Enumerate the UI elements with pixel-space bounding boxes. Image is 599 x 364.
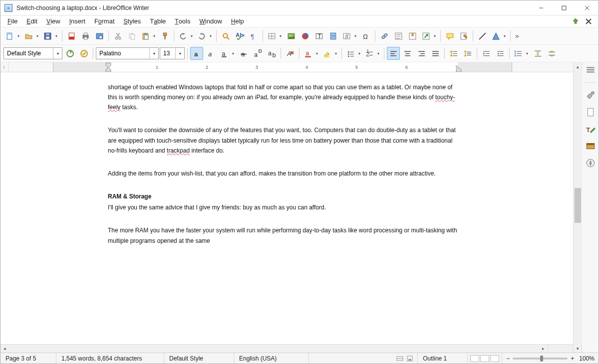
chevron-down-icon[interactable]: ▾ [53,48,62,59]
line-spacing-button[interactable]: ▾ [512,47,530,60]
menu-view[interactable]: View [42,16,64,26]
decrease-indent-button[interactable] [494,47,507,60]
paragraph[interactable]: shortage of touch enabled Windows laptop… [108,82,457,112]
print-button[interactable] [79,29,92,42]
menu-window[interactable]: Window [195,16,226,26]
spellcheck-button[interactable]: Abc [233,29,246,42]
menu-help[interactable]: Help [227,16,248,26]
status-selection-mode[interactable] [309,353,418,364]
menu-insert[interactable]: Insert [65,16,89,26]
navigator-panel-icon[interactable] [585,158,596,169]
toolbar-overflow-button[interactable]: » [513,32,521,40]
insert-image-button[interactable] [285,29,298,42]
font-name-input[interactable] [96,48,149,59]
insert-table-button[interactable]: ▾ [266,29,284,42]
subscript-button[interactable]: ab [265,47,278,60]
insert-field-button[interactable]: #▾ [340,29,358,42]
align-left-button[interactable] [387,47,400,60]
underline-button[interactable]: a▾ [218,47,236,60]
export-pdf-button[interactable] [65,29,78,42]
numbered-list-button[interactable]: 12▾ [363,47,381,60]
hanging-indent-icon[interactable] [105,67,112,72]
font-size-combo[interactable]: ▾ [160,47,185,59]
align-right-button[interactable] [415,47,428,60]
paragraph-style-combo[interactable]: ▾ [3,47,62,59]
close-document-icon[interactable] [585,17,593,25]
status-language[interactable]: English (USA) [234,353,309,364]
cut-button[interactable] [111,29,124,42]
basic-shapes-button[interactable]: ▾ [490,29,508,42]
menu-styles[interactable]: Styles [120,16,145,26]
font-size-input[interactable] [160,48,175,59]
undo-button[interactable]: ▾ [177,29,195,42]
insert-footnote-button[interactable] [392,29,405,42]
horizontal-scrollbar[interactable]: ◂ ▸ [0,344,573,353]
heading[interactable]: RAM & Storage [108,191,457,201]
align-justify-button[interactable] [429,47,442,60]
decrease-spacing-button[interactable] [461,47,474,60]
update-style-button[interactable] [63,47,76,60]
zoom-in-button[interactable]: + [571,355,574,362]
paragraph[interactable]: You'll want to consider the downside of … [108,125,457,155]
status-wordcount[interactable]: 1,545 words, 8,654 characters [56,353,164,364]
multi-page-view-icon[interactable] [480,355,489,362]
menu-format[interactable]: Format [90,16,119,26]
page-panel-icon[interactable] [585,107,596,118]
view-layout-buttons[interactable] [468,353,502,364]
gallery-panel-icon[interactable] [585,141,596,152]
menu-file[interactable]: File [3,16,21,26]
status-outline[interactable]: Outline 1 [418,353,468,364]
paste-button[interactable]: ▾ [139,29,157,42]
insert-chart-button[interactable] [299,29,311,42]
formatting-marks-button[interactable]: ¶ [247,29,260,42]
page-content[interactable]: shortage of touch enabled Windows laptop… [53,72,512,279]
clear-formatting-button[interactable]: A [284,47,297,60]
close-button[interactable] [576,0,599,15]
chevron-down-icon[interactable]: ▾ [175,48,184,59]
clone-formatting-button[interactable] [158,29,171,42]
font-color-button[interactable]: a▾ [302,47,320,60]
increase-spacing-button[interactable] [447,47,460,60]
increase-para-spacing-button[interactable] [531,47,544,60]
strikethrough-button[interactable]: a [237,47,250,60]
properties-panel-icon[interactable] [585,90,596,101]
insert-textbox-button[interactable]: T [312,29,325,42]
menu-tools[interactable]: Tools [171,16,194,26]
maximize-button[interactable] [553,0,576,15]
new-document-button[interactable]: ▾ [3,29,21,42]
zoom-out-button[interactable]: − [506,355,510,362]
increase-indent-button[interactable] [480,47,493,60]
italic-button[interactable]: a [204,47,217,60]
bold-button[interactable]: a [190,47,203,60]
minimize-button[interactable] [530,0,553,15]
document-viewport[interactable]: shortage of touch enabled Windows laptop… [0,72,573,344]
font-name-combo[interactable]: ▾ [96,47,159,59]
insert-page-break-button[interactable] [326,29,339,42]
paragraph[interactable]: I'll give you the same advice that I giv… [108,202,457,212]
right-indent-icon[interactable] [456,67,463,72]
single-page-view-icon[interactable] [470,355,479,362]
save-indicator-icon[interactable] [406,355,413,362]
insert-special-char-button[interactable]: Ω [359,29,372,42]
paragraph[interactable]: The more RAM you have the faster your sy… [108,225,457,245]
copy-button[interactable] [125,29,138,42]
horizontal-ruler[interactable]: L 1 2 3 4 5 6 7 [0,62,573,72]
superscript-button[interactable]: ab [251,47,264,60]
signature-icon[interactable] [396,355,403,362]
styles-panel-icon[interactable]: T [585,124,596,135]
book-view-icon[interactable] [490,355,499,362]
insert-cross-ref-button[interactable]: ▾ [420,29,438,42]
zoom-percent[interactable]: 100% [579,355,595,362]
scroll-thumb[interactable] [575,188,581,223]
vertical-scrollbar[interactable]: ▴ ▾ [573,62,582,353]
insert-comment-button[interactable] [443,29,456,42]
insert-bookmark-button[interactable] [406,29,419,42]
insert-hyperlink-button[interactable] [378,29,391,42]
menu-table[interactable]: Table [146,16,170,26]
status-page[interactable]: Page 3 of 5 [0,353,56,364]
print-preview-button[interactable] [93,29,106,42]
align-center-button[interactable] [401,47,414,60]
chevron-down-icon[interactable]: ▾ [149,48,158,59]
status-style[interactable]: Default Style [164,353,234,364]
update-icon[interactable] [572,17,580,25]
